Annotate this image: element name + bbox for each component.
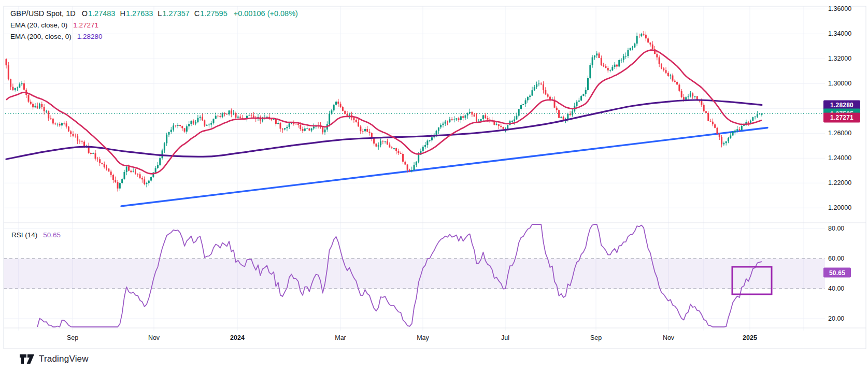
rsi-label: RSI (14) — [11, 231, 37, 239]
ema200-label: EMA (200, close, 0) — [10, 33, 72, 40]
symbol-legend: GBP/USD Spot, 1D O1.27483 H1.27633 L1.27… — [10, 8, 298, 42]
chart-canvas[interactable] — [0, 0, 868, 372]
tradingview-attribution[interactable]: TradingView — [19, 354, 89, 364]
change-value: +0.00106 (+0.08%) — [234, 9, 298, 18]
ema200-row[interactable]: EMA (200, close, 0) 1.28280 — [10, 31, 298, 42]
rsi-value: 50.65 — [43, 231, 61, 239]
rsi-legend[interactable]: RSI (14) 50.65 — [11, 231, 61, 239]
close-value: C1.27595 — [194, 9, 227, 18]
ema200-value: 1.28280 — [77, 33, 103, 40]
tradingview-chart-snapshot: 1.360001.340001.320001.300001.260001.240… — [0, 0, 868, 372]
tradingview-brand-text: TradingView — [39, 354, 89, 364]
ema20-label: EMA (20, close, 0) — [10, 21, 67, 29]
ema20-row[interactable]: EMA (20, close, 0) 1.27271 — [10, 19, 298, 31]
high-value: H1.27633 — [120, 9, 153, 18]
low-value: L1.27357 — [158, 9, 190, 18]
symbol-title[interactable]: GBP/USD Spot, 1D — [10, 9, 76, 18]
tradingview-logo-icon — [19, 354, 35, 364]
ema20-value: 1.27271 — [73, 21, 98, 29]
open-value: O1.27483 — [82, 9, 116, 18]
ohlc-row: GBP/USD Spot, 1D O1.27483 H1.27633 L1.27… — [10, 8, 298, 19]
